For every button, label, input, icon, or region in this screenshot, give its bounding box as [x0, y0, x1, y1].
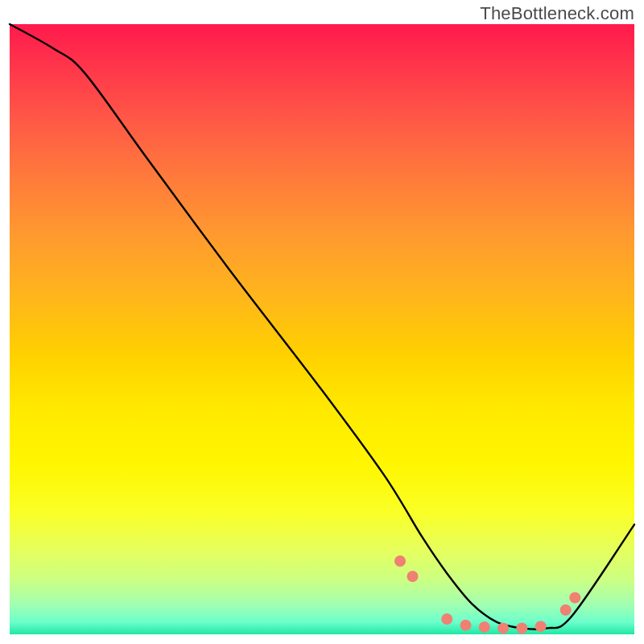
marker-dot — [497, 622, 509, 634]
marker-dot — [394, 555, 406, 567]
marker-dot — [407, 571, 419, 582]
marker-dot — [516, 622, 527, 634]
bottleneck-curve — [10, 24, 634, 630]
watermark-label: TheBottleneck.com — [480, 3, 634, 24]
marker-dot — [560, 605, 572, 616]
markers-group — [394, 555, 580, 634]
curve-svg — [10, 24, 634, 634]
marker-dot — [535, 621, 547, 632]
marker-dot — [569, 592, 580, 604]
marker-dot — [479, 621, 490, 633]
plot-area — [10, 24, 634, 634]
marker-dot — [460, 620, 471, 631]
marker-dot — [441, 613, 452, 625]
chart-canvas: TheBottleneck.com — [0, 0, 644, 644]
